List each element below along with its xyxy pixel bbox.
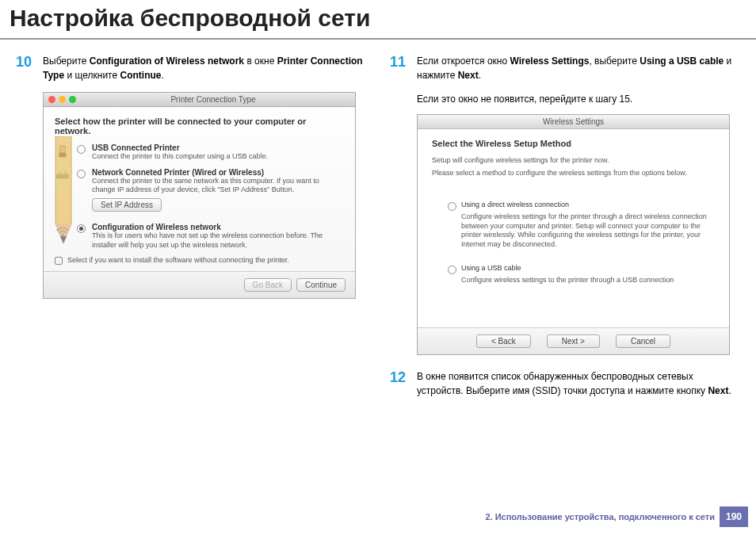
option-label: USB Connected Printer: [92, 143, 344, 152]
svg-rect-4: [59, 153, 67, 157]
step-text: Выберите Configuration of Wireless netwo…: [43, 54, 366, 82]
svg-rect-6: [59, 170, 62, 174]
option-usb-cable[interactable]: Using a USB cable Configure wireless set…: [448, 264, 715, 285]
step-number: 10: [16, 54, 35, 82]
option-label: Using a USB cable: [461, 264, 521, 272]
page-footer: 2. Использование устройства, подключенно…: [485, 506, 748, 527]
minimize-icon[interactable]: [59, 96, 66, 103]
mac-titlebar: Printer Connection Type: [44, 93, 355, 107]
printer-connection-dialog: Printer Connection Type Select how the p…: [43, 92, 356, 299]
step-11: 11 Если откроется окно Wireless Settings…: [390, 54, 740, 82]
dialog-title: Printer Connection Type: [76, 95, 350, 104]
network-icon: [55, 168, 71, 184]
usb-icon: [55, 143, 71, 159]
option-label: Network Conneted Printer (Wired or Wirel…: [92, 168, 344, 177]
option-desc: Connect the printer to this computer usi…: [92, 152, 344, 162]
skip-install-checkbox-row[interactable]: Select if you want to install the softwa…: [55, 256, 344, 265]
step-11-note: Если это окно не появится, перейдите к ш…: [417, 92, 740, 106]
back-button[interactable]: < Back: [476, 334, 531, 348]
radio-usb-cable[interactable]: [448, 266, 456, 274]
page-number: 190: [720, 506, 748, 527]
radio-network[interactable]: [77, 170, 86, 178]
dialog-heading: Select the Wireless Setup Method: [432, 139, 715, 148]
cancel-button[interactable]: Cancel: [616, 334, 670, 348]
option-desc: Connect the printer to the same network …: [92, 177, 344, 195]
wifi-icon: [55, 223, 71, 239]
option-label: Configuration of Wireless network: [92, 223, 344, 231]
svg-rect-7: [64, 170, 67, 174]
option-direct-wireless[interactable]: Using a direct wireless connection Confi…: [448, 201, 715, 250]
page-title: Настройка беспроводной сети: [0, 0, 756, 40]
left-column: 10 Выберите Configuration of Wireless ne…: [16, 54, 366, 407]
option-desc: This is for users who have not set up th…: [92, 231, 344, 250]
step-10: 10 Выберите Configuration of Wireless ne…: [16, 54, 366, 82]
continue-button[interactable]: Continue: [296, 278, 346, 292]
radio-direct[interactable]: [448, 202, 456, 211]
svg-rect-5: [57, 174, 68, 178]
set-ip-button[interactable]: Set IP Address: [92, 198, 162, 212]
radio-wireless[interactable]: [77, 224, 86, 233]
checkbox-label: Select if you want to install the softwa…: [67, 256, 289, 265]
svg-rect-3: [59, 146, 65, 153]
option-desc: Configure wireless settings for the prin…: [461, 212, 715, 250]
next-button[interactable]: Next >: [547, 334, 600, 348]
step-12: 12 В окне появится список обнаруженных б…: [390, 369, 740, 398]
dialog-heading: Select how the printer will be connected…: [55, 117, 344, 136]
radio-usb[interactable]: [77, 145, 86, 154]
option-network[interactable]: Network Conneted Printer (Wired or Wirel…: [55, 168, 344, 216]
option-usb[interactable]: USB Connected Printer Connect the printe…: [55, 143, 344, 162]
go-back-button[interactable]: Go Back: [244, 278, 292, 292]
zoom-icon[interactable]: [69, 96, 76, 103]
option-label: Using a direct wireless connection: [461, 201, 569, 208]
svg-point-8: [61, 234, 64, 237]
option-wireless-config[interactable]: Configuration of Wireless network This i…: [55, 223, 344, 250]
dialog-sub2: Please select a method to configure the …: [432, 169, 715, 177]
step-text: Если откроется окно Wireless Settings, в…: [417, 54, 740, 82]
step-text: В окне появится список обнаруженных бесп…: [417, 369, 740, 398]
dialog-sub1: Setup will configure wireless settings f…: [432, 156, 715, 164]
close-icon[interactable]: [48, 96, 55, 103]
option-desc: Configure wireless settings to the print…: [461, 276, 715, 285]
checkbox[interactable]: [55, 257, 63, 265]
step-number: 12: [390, 369, 409, 398]
wireless-settings-dialog: Wireless Settings Select the Wireless Se…: [417, 114, 730, 355]
footer-chapter: 2. Использование устройства, подключенно…: [485, 512, 715, 522]
right-column: 11 Если откроется окно Wireless Settings…: [390, 54, 740, 407]
step-number: 11: [390, 54, 409, 82]
dialog-title: Wireless Settings: [418, 115, 729, 129]
